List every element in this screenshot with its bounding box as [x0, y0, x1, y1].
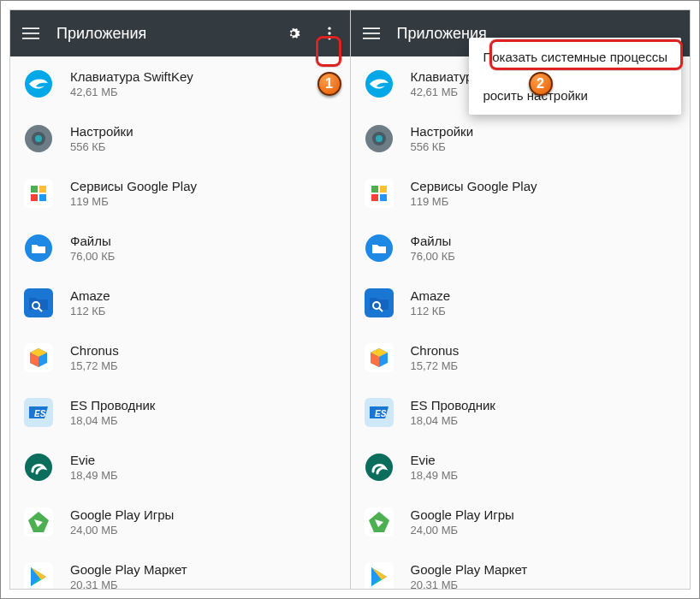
app-size: 20,31 МБ — [70, 578, 187, 590]
svg-rect-21 — [363, 27, 380, 29]
app-info: Chronus 15,72 МБ — [411, 343, 460, 372]
app-icon: ES — [22, 396, 55, 429]
app-info: Google Play Маркет 20,31 МБ — [70, 562, 187, 590]
app-icon — [363, 177, 395, 210]
app-info: Google Play Игры 24,00 МБ — [411, 507, 514, 537]
list-item[interactable]: ES ES Проводник 18,04 МБ — [10, 385, 350, 440]
app-size: 112 КБ — [70, 305, 110, 317]
app-name: Клавиатура SwiftKey — [70, 69, 193, 84]
list-item[interactable]: Google Play Маркет 20,31 МБ — [351, 549, 691, 590]
app-icon — [22, 287, 55, 319]
app-size: 42,61 МБ — [70, 86, 193, 98]
app-info: Сервисы Google Play 119 МБ — [70, 179, 197, 208]
list-item[interactable]: Amaze 112 КБ — [10, 276, 350, 330]
app-info: Evie 18,49 МБ — [411, 453, 459, 482]
overflow-icon[interactable] — [319, 23, 340, 44]
menu-icon[interactable] — [21, 23, 41, 44]
badge-1: 1 — [317, 72, 341, 96]
svg-rect-10 — [24, 179, 53, 208]
list-item[interactable]: Evie 18,49 МБ — [351, 440, 691, 495]
app-size: 24,00 МБ — [411, 524, 514, 537]
app-name: Сервисы Google Play — [411, 179, 537, 193]
svg-rect-23 — [363, 38, 380, 39]
app-info: Evie 18,49 МБ — [70, 453, 118, 482]
app-info: Сервисы Google Play 119 МБ — [411, 179, 537, 208]
list-item[interactable]: ES ES Проводник 18,04 МБ — [351, 385, 691, 440]
app-size: 18,04 МБ — [411, 414, 495, 427]
app-info: ES Проводник 18,04 МБ — [411, 398, 495, 427]
app-icon — [22, 506, 55, 538]
app-icon — [22, 341, 55, 374]
app-name: Настройки — [411, 124, 474, 139]
app-icon — [363, 287, 395, 319]
app-icon: ES — [363, 396, 395, 429]
menu-reset[interactable]: росить настройки — [469, 76, 681, 115]
list-item[interactable]: Chronus 15,72 МБ — [351, 330, 691, 385]
app-name: Google Play Игры — [411, 507, 514, 522]
app-name: Amaze — [411, 288, 451, 303]
svg-text:ES: ES — [375, 409, 387, 418]
menu-icon[interactable] — [361, 23, 382, 44]
svg-rect-0 — [22, 27, 39, 29]
app-size: 76,00 КБ — [411, 250, 455, 263]
app-info: Chronus 15,72 МБ — [70, 343, 119, 372]
app-name: Файлы — [70, 234, 115, 248]
app-name: Настройки — [70, 124, 133, 139]
app-name: ES Проводник — [411, 398, 495, 412]
list-item[interactable]: Сервисы Google Play 119 МБ — [351, 166, 691, 221]
svg-point-36 — [365, 454, 393, 481]
svg-point-9 — [35, 135, 42, 142]
list-item[interactable]: Сервисы Google Play 119 МБ — [10, 166, 350, 221]
list-item[interactable]: Google Play Игры 24,00 МБ — [10, 495, 350, 549]
app-icon — [22, 451, 55, 483]
app-name: Google Play Игры — [70, 507, 174, 522]
app-icon — [363, 122, 395, 155]
app-icon — [363, 506, 395, 538]
app-icon — [363, 232, 395, 264]
app-info: Google Play Игры 24,00 МБ — [70, 507, 174, 537]
app-name: Chronus — [70, 343, 119, 358]
list-item[interactable]: Файлы 76,00 КБ — [351, 221, 691, 276]
app-size: 15,72 МБ — [70, 359, 119, 372]
app-list-left: Клавиатура SwiftKey 42,61 МБ Настройки 5… — [10, 56, 350, 590]
list-item[interactable]: Настройки 556 КБ — [351, 111, 691, 166]
app-size: 20,31 МБ — [411, 578, 528, 590]
list-item[interactable]: Клавиатура SwiftKey 42,61 МБ — [10, 56, 350, 111]
app-icon — [22, 560, 55, 590]
app-info: Google Play Маркет 20,31 МБ — [411, 562, 528, 590]
list-item[interactable]: Chronus 15,72 МБ — [10, 330, 350, 385]
gear-icon[interactable] — [283, 23, 304, 44]
app-name: Google Play Маркет — [411, 562, 528, 577]
app-icon — [363, 451, 395, 483]
svg-text:ES: ES — [34, 409, 46, 418]
app-info: Клавиатура SwiftKey 42,61 МБ — [70, 69, 193, 98]
app-info: Amaze 112 КБ — [70, 288, 110, 317]
app-icon — [22, 177, 55, 210]
app-name: Amaze — [70, 288, 110, 303]
app-info: Настройки 556 КБ — [70, 124, 133, 153]
overflow-menu: Показать системные процессы росить настр… — [469, 38, 681, 115]
svg-point-5 — [328, 37, 330, 39]
app-name: Evie — [411, 453, 459, 467]
app-size: 112 КБ — [411, 305, 451, 317]
list-item[interactable]: Настройки 556 КБ — [10, 111, 350, 166]
app-size: 76,00 КБ — [70, 250, 115, 263]
list-item[interactable]: Google Play Игры 24,00 МБ — [351, 495, 691, 549]
app-size: 18,04 МБ — [70, 414, 155, 427]
list-item[interactable]: Evie 18,49 МБ — [10, 440, 350, 495]
toolbar: Приложения — [10, 10, 350, 56]
list-item[interactable]: Amaze 112 КБ — [351, 276, 691, 330]
app-size: 18,49 МБ — [70, 469, 118, 482]
app-name: Сервисы Google Play — [70, 179, 197, 193]
svg-rect-22 — [363, 33, 380, 34]
app-name: Google Play Маркет — [70, 562, 187, 577]
app-icon — [22, 68, 55, 100]
page-title: Приложения — [56, 25, 268, 43]
app-size: 556 КБ — [411, 140, 474, 153]
app-name: Evie — [70, 453, 118, 467]
menu-show-system[interactable]: Показать системные процессы — [469, 38, 681, 76]
badge-2: 2 — [529, 72, 553, 96]
screen-left: Приложения Клавиатура SwiftKey 42,61 МБ … — [9, 9, 350, 590]
list-item[interactable]: Google Play Маркет 20,31 МБ — [10, 549, 350, 590]
list-item[interactable]: Файлы 76,00 КБ — [10, 221, 350, 276]
